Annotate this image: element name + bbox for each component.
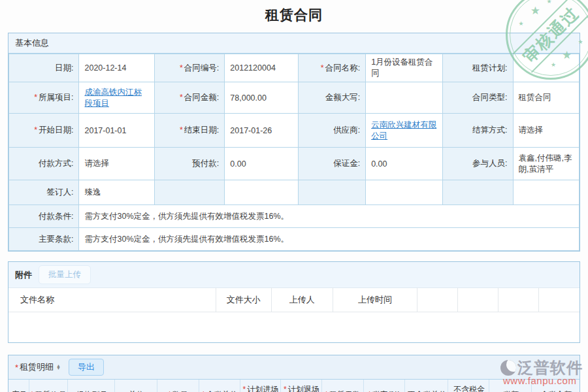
attachments-table: 文件名称 文件大小 上传人 上传时间 — [8, 287, 580, 312]
empty-label — [299, 180, 366, 205]
col-entry-date: *计划进场日期 — [240, 380, 281, 392]
col-spec: 规格型号 — [68, 380, 115, 392]
rental-details-header: * 租赁明细 ▲▼ 导出 — [8, 355, 580, 380]
payment-terms-value: 需方支付30%定金，供方须先提供有效增值税发票16%。 — [79, 205, 580, 228]
basic-info-table: 日期: 2020-12-14 *合同编号: 2012120004 *合同名称: … — [8, 54, 580, 251]
table-row: 日期: 2020-12-14 *合同编号: 2012120004 *合同名称: … — [9, 54, 580, 82]
col-price-no-tax: 不含税单价 — [404, 380, 448, 392]
col-uploader: 上传人 — [271, 288, 333, 312]
main-clauses-label: 主要条款: — [9, 228, 79, 251]
contract-name-label: *合同名称: — [299, 54, 366, 82]
col-amount-no-tax: 不含税金额 — [448, 380, 489, 392]
supplier-label: 供应商: — [299, 114, 366, 148]
amount-value: 78,000.00 — [225, 82, 299, 114]
basic-info-title: 基本信息 — [8, 33, 580, 54]
col-empty — [498, 288, 539, 312]
rental-details-title: * 租赁明细 ▲▼ — [15, 361, 61, 373]
col-empty — [458, 288, 498, 312]
col-price-with-tax: *含税单价 — [199, 380, 240, 392]
rental-plan-label: 租赁计划: — [443, 54, 513, 82]
start-date-label: *开始日期: — [9, 114, 79, 148]
contract-name-value: 1月份设备租赁合同 — [366, 54, 443, 82]
empty-value — [366, 180, 443, 205]
table-row: *开始日期: 2017-01-01 *结束日期: 2017-01-26 供应商:… — [9, 114, 580, 148]
attachments-header-row: 文件名称 文件大小 上传人 上传时间 — [8, 288, 580, 312]
table-row: 付款方式: 请选择 预付款: 0.00 保证金: 0.00 参与人员: 袁鑫,付… — [9, 148, 580, 180]
participants-label: 参与人员: — [443, 148, 513, 180]
table-row: *所属项目: 成渝高铁内江标段项目 *合同金额: 78,000.00 金额大写:… — [9, 82, 580, 114]
deposit-value: 0.00 — [366, 148, 443, 180]
settlement-value: 请选择 — [513, 114, 579, 148]
empty-value — [513, 180, 579, 205]
participants-value: 袁鑫,付伟璐,李朗,茧清平 — [513, 148, 579, 180]
attachments-section: 附件 批量上传 文件名称 文件大小 上传人 上传时间 — [8, 261, 580, 343]
project-link[interactable]: 成渝高铁内江标段项目 — [84, 88, 142, 108]
amount-label: *合同金额: — [154, 82, 224, 114]
date-value: 2020-12-14 — [79, 54, 154, 82]
date-label: 日期: — [9, 54, 79, 82]
rental-details-header-row: 序号 *租赁物品 规格型号 单位 *数量 *含税单价 *计划进场日期 *计划退场… — [8, 380, 580, 392]
signer-label: 签订人: — [9, 180, 79, 205]
end-date-label: *结束日期: — [154, 114, 224, 148]
attachments-header: 附件 批量上传 — [8, 262, 580, 287]
signer-value: 臻逸 — [79, 180, 154, 205]
bulk-upload-button[interactable]: 批量上传 — [39, 265, 91, 284]
amount-words-value — [366, 82, 443, 114]
col-tax-amount: 税额 — [489, 380, 532, 392]
contract-type-label: 合同类型: — [443, 82, 513, 114]
empty-label — [443, 180, 513, 205]
page-title: 租赁合同 — [0, 0, 588, 24]
col-quantity: *数量 — [157, 380, 199, 392]
col-file-name: 文件名称 — [8, 288, 216, 312]
col-file-size: 文件大小 — [216, 288, 271, 312]
export-button[interactable]: 导出 — [69, 359, 104, 376]
prepayment-label: 预付款: — [154, 148, 224, 180]
col-unit: 单位 — [115, 380, 157, 392]
supplier-link[interactable]: 云南欣兴建材有限公司 — [371, 120, 436, 140]
payment-terms-label: 付款条件: — [9, 205, 79, 228]
payment-method-label: 付款方式: — [9, 148, 79, 180]
col-rental-days: *租赁天数 — [322, 380, 364, 392]
project-value: 成渝高铁内江标段项目 — [79, 82, 154, 114]
amount-words-label: 金额大写: — [299, 82, 366, 114]
empty-label — [154, 180, 224, 205]
col-exit-date: *计划退场日期 — [281, 380, 322, 392]
empty-value — [225, 180, 299, 205]
supplier-value: 云南欣兴建材有限公司 — [366, 114, 443, 148]
col-empty — [539, 288, 580, 312]
payment-method-value: 请选择 — [79, 148, 154, 180]
basic-info-section: 基本信息 日期: 2020-12-14 *合同编号: 2012120004 *合… — [8, 33, 580, 252]
table-row: 付款条件: 需方支付30%定金，供方须先提供有效增值税发票16%。 — [9, 205, 580, 228]
col-tax-rate: *税率(%) — [364, 380, 405, 392]
col-empty — [417, 288, 458, 312]
settlement-label: 结算方式: — [443, 114, 513, 148]
attachments-empty-body — [8, 312, 580, 342]
table-row: 主要条款: 需方支付30%定金，供方须先提供有效增值税发票16%。 — [9, 228, 580, 251]
rental-details-table: 序号 *租赁物品 规格型号 单位 *数量 *含税单价 *计划进场日期 *计划退场… — [8, 380, 580, 392]
rental-details-section: * 租赁明细 ▲▼ 导出 序号 *租赁物品 规格型号 单位 *数量 *含税单价 … — [8, 355, 580, 392]
end-date-value: 2017-01-26 — [225, 114, 299, 148]
prepayment-value: 0.00 — [225, 148, 299, 180]
main-clauses-value: 需方支付30%定金，供方须先提供有效增值税发票16%。 — [79, 228, 580, 251]
sort-icon[interactable]: ▲▼ — [56, 365, 61, 370]
rental-plan-value — [513, 54, 579, 82]
start-date-value: 2017-01-01 — [79, 114, 154, 148]
col-item: *租赁物品 — [29, 380, 67, 392]
col-upload-time: 上传时间 — [333, 288, 417, 312]
contract-no-label: *合同编号: — [154, 54, 224, 82]
attachments-title: 附件 — [15, 269, 32, 281]
col-amount-with-tax: 含税金额 — [532, 380, 580, 392]
contract-type-value: 租赁合同 — [513, 82, 579, 114]
col-seq: 序号 — [8, 380, 29, 392]
contract-no-value: 2012120004 — [225, 54, 299, 82]
page: 租赁合同 审核通过 ★ ★ ★ ★ ★ ★ 基本信息 日期: 2020-12-1… — [0, 0, 588, 392]
deposit-label: 保证金: — [299, 148, 366, 180]
project-label: *所属项目: — [9, 82, 79, 114]
table-row: 签订人: 臻逸 — [9, 180, 580, 205]
